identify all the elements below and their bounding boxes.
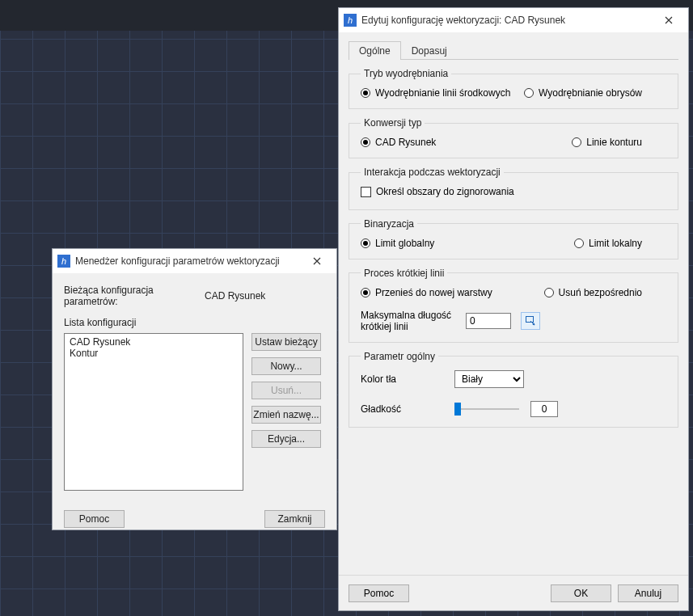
help-button[interactable]: Pomoc: [64, 510, 125, 528]
dialog-button-bar: Pomoc OK Anuluj: [339, 575, 688, 610]
max-short-line-label: Maksymalna długość krótkiej linii: [361, 310, 456, 332]
radio-label: CAD Rysunek: [375, 137, 436, 148]
general-params-group: Parametr ogólny Kolor tła Biały Gładkość: [349, 351, 678, 428]
rename-button[interactable]: Zmień nazwę...: [251, 406, 321, 424]
close-icon[interactable]: [301, 249, 333, 273]
config-list-label: Lista konfiguracji: [64, 317, 325, 328]
max-short-line-input[interactable]: [466, 313, 511, 329]
smoothness-slider[interactable]: [454, 401, 519, 417]
group-legend: Interakcja podczas wektoryzacji: [361, 167, 504, 178]
short-line-group: Proces krótkiej linii Przenieś do nowej …: [349, 268, 678, 343]
group-legend: Tryb wyodrębniania: [361, 68, 451, 79]
current-config-value: CAD Rysunek: [205, 290, 265, 302]
titlebar-config[interactable]: h Edytuj konfigurację wektoryzacji: CAD …: [339, 8, 688, 32]
radio-limit-local[interactable]: Limit lokalny: [574, 238, 642, 249]
radio-label: Limit globalny: [375, 238, 434, 249]
tab-fit[interactable]: Dopasuj: [401, 41, 458, 60]
smoothness-label: Gładkość: [361, 403, 454, 415]
edit-button[interactable]: Edycja...: [251, 430, 321, 448]
radio-contour-lines[interactable]: Linie konturu: [572, 137, 642, 148]
checkbox-define-ignore-areas[interactable]: Określ obszary do zignorowania: [361, 186, 514, 197]
radio-label: Usuń bezpośrednio: [559, 287, 642, 298]
radio-cad-drawing[interactable]: CAD Rysunek: [361, 137, 436, 148]
delete-button: Usuń...: [251, 382, 321, 399]
radio-limit-global[interactable]: Limit globalny: [361, 238, 434, 249]
titlebar-manager[interactable]: h Menedżer konfiguracji parametrów wekto…: [53, 249, 336, 273]
close-icon[interactable]: [653, 8, 685, 32]
app-icon: h: [57, 255, 70, 268]
close-button[interactable]: Zamknij: [264, 510, 325, 528]
group-legend: Parametr ogólny: [361, 351, 438, 362]
radio-outlines[interactable]: Wyodrębnianie obrysów: [524, 87, 642, 99]
radio-centerlines[interactable]: Wyodrębnianie linii środkowych: [361, 87, 510, 99]
radio-delete-directly[interactable]: Usuń bezpośrednio: [544, 287, 642, 298]
pick-on-screen-button[interactable]: [521, 312, 540, 330]
titlebar-title: Edytuj konfigurację wektoryzacji: CAD Ry…: [361, 15, 653, 26]
config-listbox[interactable]: CAD Rysunek Kontur: [64, 333, 243, 491]
svg-rect-0: [526, 316, 534, 322]
extraction-mode-group: Tryb wyodrębniania Wyodrębnianie linii ś…: [349, 68, 678, 109]
tab-general[interactable]: Ogólne: [349, 41, 401, 60]
help-button[interactable]: Pomoc: [349, 584, 409, 602]
bg-color-label: Kolor tła: [361, 373, 454, 385]
group-legend: Proces krótkiej linii: [361, 268, 447, 279]
cancel-button[interactable]: Anuluj: [618, 584, 678, 602]
list-item[interactable]: Kontur: [70, 348, 238, 359]
bg-color-select[interactable]: Biały: [454, 370, 524, 388]
group-legend: Konwersji typ: [361, 117, 425, 129]
radio-label: Wyodrębnianie obrysów: [539, 87, 642, 99]
interaction-group: Interakcja podczas wektoryzacji Określ o…: [349, 167, 678, 210]
edit-vectorization-config-dialog: h Edytuj konfigurację wektoryzacji: CAD …: [338, 7, 689, 611]
ok-button[interactable]: OK: [551, 584, 611, 602]
radio-label: Wyodrębnianie linii środkowych: [375, 87, 510, 99]
radio-label: Limit lokalny: [589, 238, 642, 249]
binarization-group: Binaryzacja Limit globalny Limit lokalny: [349, 218, 678, 259]
group-legend: Binaryzacja: [361, 218, 417, 230]
current-config-label: Bieżąca konfiguracja parametrów:: [64, 285, 205, 307]
radio-label: Przenieś do nowej warstwy: [375, 287, 492, 298]
conversion-type-group: Konwersji typ CAD Rysunek Linie konturu: [349, 117, 678, 158]
list-item[interactable]: CAD Rysunek: [70, 336, 238, 348]
radio-move-new-layer[interactable]: Przenieś do nowej warstwy: [361, 287, 492, 298]
titlebar-title: Menedżer konfiguracji parametrów wektory…: [75, 255, 301, 267]
tabstrip: Ogólne Dopasuj: [349, 40, 678, 60]
smoothness-value[interactable]: [530, 401, 558, 417]
checkbox-label: Określ obszary do zignorowania: [376, 186, 514, 197]
set-current-button[interactable]: Ustaw bieżący: [251, 333, 321, 351]
new-button[interactable]: Nowy...: [251, 357, 321, 375]
app-icon: h: [344, 14, 357, 27]
radio-label: Linie konturu: [586, 137, 642, 148]
vectorization-manager-dialog: h Menedżer konfiguracji parametrów wekto…: [52, 248, 337, 530]
